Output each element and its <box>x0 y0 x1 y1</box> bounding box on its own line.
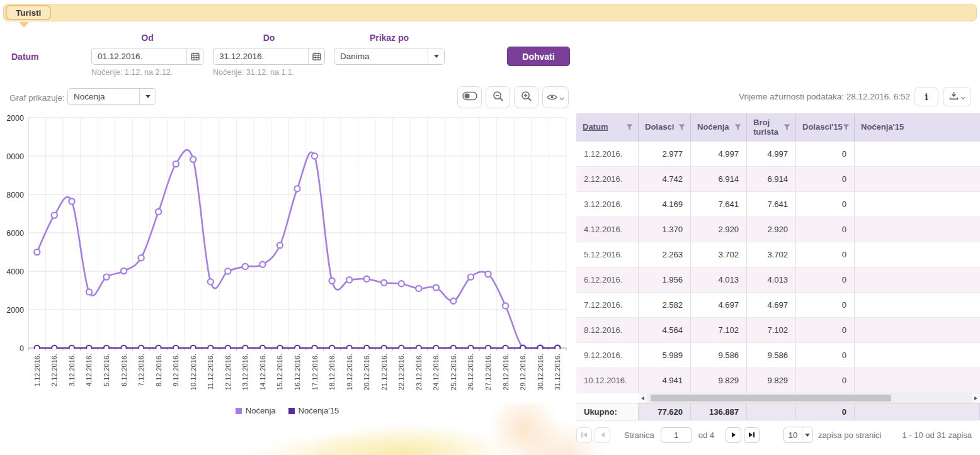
next-page-button[interactable] <box>726 427 741 443</box>
chevron-down-icon <box>139 89 156 104</box>
x-axis-label: 7.12.2016. <box>137 354 145 386</box>
table-row[interactable]: 8.12.2016.4.5647.1027.1020 <box>576 318 980 343</box>
chart-zoom-in-button[interactable] <box>514 86 538 108</box>
table-header-row: DatumDolasciNoćenjaBroj turistaDolasci'1… <box>576 113 980 142</box>
data-point-marker <box>277 345 282 351</box>
table-row[interactable]: 9.12.2016.5.9899.5869.5860 <box>576 343 980 368</box>
filter-icon[interactable] <box>734 124 741 131</box>
chevron-down-icon <box>428 48 444 64</box>
dohvati-button[interactable]: Dohvati <box>507 47 570 66</box>
stranica-label: Stranica <box>624 430 654 440</box>
x-axis-label: 22.12.2016. <box>397 354 405 390</box>
scrollbar-track[interactable] <box>647 393 972 403</box>
table-row[interactable]: 1.12.2016.2.9774.9974.9970 <box>576 142 980 167</box>
data-point-marker <box>295 345 300 351</box>
filter-icon[interactable] <box>783 124 790 131</box>
page-count-label: od 4 <box>698 430 714 440</box>
date-from-input[interactable] <box>92 48 186 64</box>
column-header-4[interactable]: Dolasci'15 <box>796 113 855 142</box>
table-cell: 3.702 <box>747 242 796 267</box>
table-row[interactable]: 3.12.2016.4.1697.6417.6410 <box>576 192 980 217</box>
page-size-select[interactable]: 10 <box>783 427 813 443</box>
table-cell: 7.641 <box>747 192 796 216</box>
calendar-icon[interactable] <box>308 48 324 64</box>
x-axis-label: 25.12.2016. <box>450 354 457 390</box>
chart-toggle-button[interactable] <box>457 86 482 108</box>
prikaz-po-select[interactable]: Danima <box>334 48 445 65</box>
table-cell: 9.586 <box>691 343 747 368</box>
table-cell: 0 <box>796 192 855 216</box>
table-row[interactable]: 2.12.2016.4.7426.9146.9140 <box>576 167 980 192</box>
data-point-marker <box>259 262 265 267</box>
column-header-2[interactable]: Noćenja <box>691 113 747 142</box>
scroll-right-arrow[interactable] <box>972 393 980 403</box>
od-label: Od <box>91 33 203 43</box>
data-point-marker <box>103 274 109 280</box>
download-button[interactable] <box>943 87 971 106</box>
x-axis-label: 31.12.2016. <box>554 354 561 390</box>
x-axis-label: 16.12.2016. <box>293 354 301 390</box>
calendar-icon[interactable] <box>186 48 203 64</box>
chart-zoom-out-button[interactable] <box>486 86 510 108</box>
line-chart[interactable]: 0200040006000800010000120001.12.2016.2.1… <box>6 115 568 417</box>
last-page-button[interactable] <box>744 427 760 443</box>
table-cell: 2.977 <box>639 142 691 166</box>
info-button[interactable]: i <box>914 87 938 106</box>
data-point-marker <box>225 345 231 351</box>
y-axis-label: 8000 <box>6 191 24 199</box>
y-axis-label: 10000 <box>6 152 24 161</box>
column-header-5[interactable]: Noćenja'15 <box>855 113 980 142</box>
x-axis-label: 26.12.2016. <box>467 354 474 390</box>
x-axis-label: 10.12.2016. <box>190 354 197 390</box>
tab-turisti[interactable]: Turisti <box>6 5 51 20</box>
data-point-marker <box>277 242 283 248</box>
totals-label: Ukupno: <box>576 403 639 420</box>
data-point-marker <box>468 274 474 280</box>
filter-icon[interactable] <box>843 124 850 131</box>
date-to-input[interactable] <box>214 48 308 64</box>
data-point-marker <box>208 345 213 351</box>
first-page-button[interactable] <box>576 427 592 443</box>
table-row[interactable]: 6.12.2016.1.9564.0134.0130 <box>576 267 980 293</box>
scrollbar-thumb[interactable] <box>651 395 891 402</box>
table-row[interactable]: 10.12.2016.4.9419.8299.8290 <box>576 368 980 393</box>
graf-prikazuje-select[interactable]: Noćenja <box>67 88 156 105</box>
pagination-bar: Stranica od 4 10 zapisa po stranici 1 - … <box>576 427 972 443</box>
data-grid: DatumDolasciNoćenjaBroj turistaDolasci'1… <box>576 113 980 420</box>
chart-canvas[interactable]: 0200040006000800010000120001.12.2016.2.1… <box>6 115 568 407</box>
x-axis-label: 15.12.2016. <box>276 354 283 390</box>
column-header-0[interactable]: Datum <box>576 113 639 142</box>
chart-legend: Noćenja Noćenja'15 <box>6 406 568 415</box>
table-row[interactable]: 4.12.2016.1.3702.9202.9200 <box>576 217 980 242</box>
page-number-input[interactable] <box>661 427 692 443</box>
data-point-marker <box>399 281 404 286</box>
chart-svg[interactable]: 0200040006000800010000120001.12.2016.2.1… <box>6 115 568 405</box>
legend-label: Noćenja <box>246 406 276 415</box>
date-from-field <box>91 48 203 65</box>
data-point-marker <box>312 345 317 351</box>
y-axis-label: 4000 <box>6 267 24 276</box>
prev-page-button[interactable] <box>595 427 610 443</box>
x-axis-label: 2.12.2016. <box>50 354 58 386</box>
column-header-1[interactable]: Dolasci <box>639 113 691 142</box>
column-header-label: Noćenja'15 <box>861 123 904 132</box>
column-header-3[interactable]: Broj turista <box>747 113 796 142</box>
filter-icon[interactable] <box>626 124 633 131</box>
graf-prikazuje-value: Noćenja <box>68 89 139 104</box>
table-row[interactable]: 5.12.2016.2.2633.7023.7020 <box>576 242 980 267</box>
x-axis-label: 9.12.2016. <box>172 354 179 386</box>
data-point-marker <box>139 345 144 351</box>
x-axis-label: 14.12.2016. <box>259 354 266 390</box>
datum-label: Datum <box>11 52 39 62</box>
data-point-marker <box>69 198 74 204</box>
filter-icon[interactable] <box>678 124 685 131</box>
horizontal-scrollbar[interactable] <box>639 393 980 403</box>
table-row[interactable]: 7.12.2016.2.5824.6974.6970 <box>576 293 980 318</box>
y-axis-label: 12000 <box>6 115 24 123</box>
table-cell: 0 <box>796 242 855 267</box>
scroll-left-arrow[interactable] <box>639 393 647 403</box>
chart-visibility-button[interactable] <box>542 86 569 108</box>
page-size-label: zapisa po stranici <box>818 430 881 440</box>
table-cell <box>855 343 980 368</box>
column-header-label: Broj turista <box>753 118 783 137</box>
